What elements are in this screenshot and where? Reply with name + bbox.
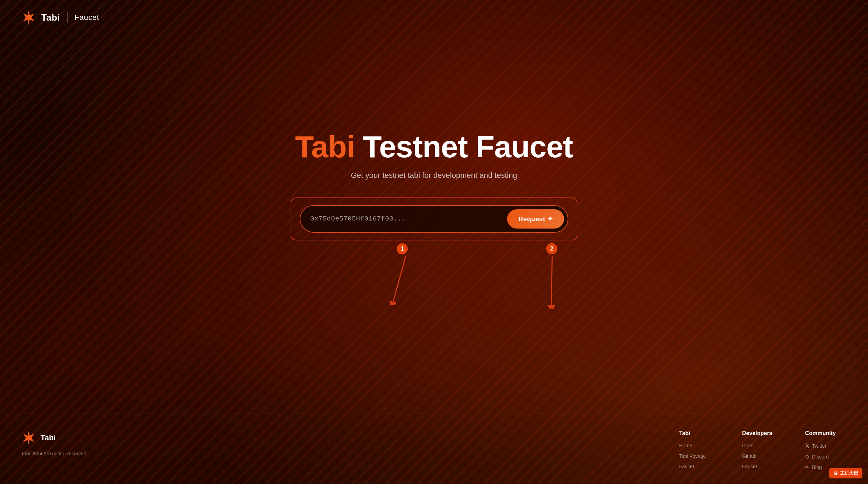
input-row: Request ✦ <box>300 205 568 233</box>
annotation-arrow-1 <box>386 256 414 305</box>
annotation-badge-1: 1 <box>397 243 408 254</box>
footer-link-faucet-dev[interactable]: Faucet <box>742 464 784 469</box>
twitter-icon: 𝕏 <box>805 443 809 449</box>
footer-brand: Tabi Tabi 2024 All Rights Reserved <box>21 430 86 457</box>
tabi-logo-icon <box>21 10 36 25</box>
footer-col-developers: Developers Docs Github Faucet <box>742 430 784 469</box>
footer-link-discord[interactable]: ⊙ Discord <box>805 454 847 460</box>
footer-link-home[interactable]: Home <box>679 443 721 448</box>
annotation-arrow-2 <box>542 256 563 309</box>
address-input[interactable] <box>310 215 503 223</box>
footer-brand-name: Tabi <box>41 433 56 442</box>
header-divider <box>67 12 68 23</box>
footer-link-twitter[interactable]: 𝕏 Twitter <box>805 443 847 449</box>
footer-link-docs[interactable]: Docs <box>742 443 784 448</box>
blog-icon: ✏ <box>805 464 809 470</box>
footer-link-github[interactable]: Github <box>742 453 784 459</box>
main-content: Tabi Testnet Faucet Get your testnet tab… <box>0 35 868 413</box>
header-faucet-label: Faucet <box>74 13 99 22</box>
footer-logo: Tabi <box>21 430 86 446</box>
hero-title-white: Testnet Faucet <box>355 129 573 164</box>
logo-group: Tabi <box>21 10 60 25</box>
annotations-layer: 1 2 <box>291 240 577 310</box>
footer-link-faucet-tabi[interactable]: Faucet <box>679 464 721 469</box>
footer: Tabi Tabi 2024 All Rights Reserved Tabi … <box>0 413 868 484</box>
footer-col-developers-title: Developers <box>742 430 784 436</box>
logo-name: Tabi <box>41 12 60 23</box>
corner-badge: 🖥 主机大巴 <box>829 468 862 478</box>
hero-title: Tabi Testnet Faucet <box>295 131 573 163</box>
footer-logo-icon <box>21 430 36 446</box>
annotation-badge-2: 2 <box>546 243 557 254</box>
discord-icon: ⊙ <box>805 454 809 460</box>
request-button[interactable]: Request ✦ <box>507 209 564 229</box>
header: Tabi Faucet <box>0 0 868 35</box>
annotation-container: Request ✦ 1 2 <box>291 197 577 310</box>
footer-link-tabi-voyage[interactable]: Tabi Voyage <box>679 453 721 459</box>
footer-col-tabi-title: Tabi <box>679 430 721 436</box>
hero-title-orange: Tabi <box>295 129 355 164</box>
hero-subtitle: Get your testnet tabi for development an… <box>351 171 517 180</box>
footer-col-community-title: Community <box>805 430 847 436</box>
input-annotation-box: Request ✦ <box>291 197 577 240</box>
corner-badge-label: 主机大巴 <box>840 470 858 476</box>
footer-col-community: Community 𝕏 Twitter ⊙ Discord ✏ Blog <box>805 430 847 470</box>
footer-copyright: Tabi 2024 All Rights Reserved <box>21 451 86 456</box>
footer-col-tabi: Tabi Home Tabi Voyage Faucet <box>679 430 721 469</box>
corner-badge-icon: 🖥 <box>833 471 838 476</box>
